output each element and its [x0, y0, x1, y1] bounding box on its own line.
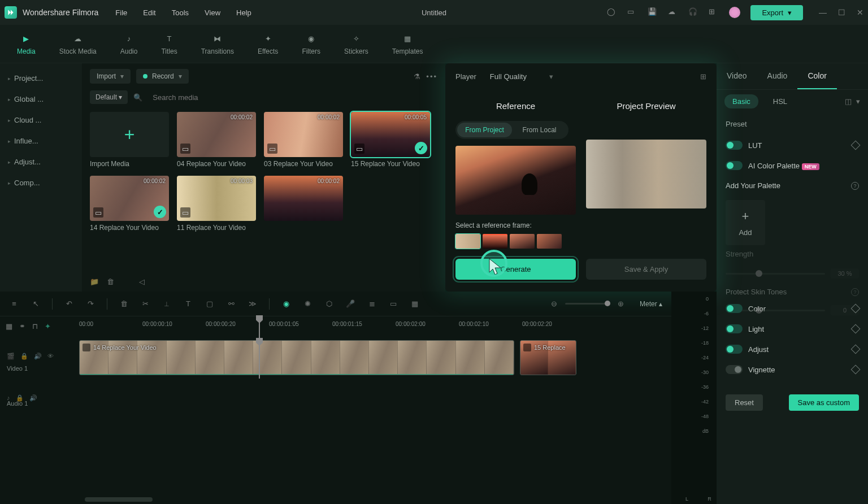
more-tools-icon[interactable]: ≫ — [248, 299, 258, 308]
close-button[interactable]: ✕ — [857, 8, 863, 17]
split-icon[interactable]: ✂ — [140, 299, 150, 308]
keyframe-icon[interactable] — [851, 324, 861, 334]
sidebar-comp[interactable]: Comp... — [0, 172, 82, 193]
collapse-icon[interactable]: ◁ — [139, 277, 145, 286]
more-icon[interactable]: ••• — [426, 72, 437, 81]
playhead[interactable] — [259, 316, 260, 339]
menu-tools[interactable]: Tools — [172, 8, 189, 17]
record-dropdown[interactable]: Record — [136, 69, 189, 84]
menu-view[interactable]: View — [205, 8, 220, 17]
folder-icon[interactable]: 📁 — [90, 277, 99, 286]
apps-icon[interactable]: ⊞ — [709, 7, 719, 18]
rp-tab-color[interactable]: Color — [797, 63, 836, 89]
filter-icon[interactable]: ⚗ — [414, 72, 420, 81]
quality-dropdown[interactable]: Full Quality — [484, 70, 559, 83]
gear-icon[interactable]: ✺ — [302, 299, 313, 308]
mic-icon[interactable]: 🎤 — [345, 299, 355, 308]
tab-templates[interactable]: ▦Templates — [392, 33, 423, 55]
save-custom-button[interactable]: Save as custom — [789, 394, 860, 411]
save-apply-button[interactable]: Save & Apply — [586, 259, 706, 280]
ref-frame[interactable] — [537, 234, 562, 249]
media-add[interactable]: +Import Media — [90, 112, 169, 168]
maximize-button[interactable]: ☐ — [838, 8, 845, 17]
tab-transitions[interactable]: ⧓Transitions — [201, 33, 234, 55]
menu-help[interactable]: Help — [236, 8, 251, 17]
marker-icon[interactable]: ✦ — [45, 322, 51, 331]
keyframe-icon[interactable] — [851, 141, 861, 150]
mute-icon[interactable]: 🔊 — [29, 394, 37, 402]
generate-button[interactable]: Generate — [455, 259, 576, 280]
undo-icon[interactable]: ↶ — [64, 299, 74, 308]
screen-icon[interactable]: ▭ — [388, 299, 398, 308]
tab-media[interactable]: ▶Media — [17, 33, 36, 55]
adjust-toggle[interactable] — [726, 345, 743, 354]
track-link-icon[interactable]: ⚭ — [19, 322, 25, 331]
add-palette-button[interactable]: +Add — [726, 200, 765, 245]
media-item[interactable]: 00:00:02▭03 Replace Your Video — [264, 112, 343, 168]
save-icon[interactable]: 💾 — [648, 7, 658, 18]
aspect-icon[interactable]: ▦ — [410, 299, 420, 308]
ref-frame[interactable] — [455, 234, 480, 249]
tab-stock-media[interactable]: ☁Stock Media — [59, 33, 97, 55]
pointer-icon[interactable]: ↖ — [31, 299, 41, 308]
export-button[interactable]: Export▾ — [750, 5, 803, 20]
crop-icon[interactable]: ⟂ — [162, 299, 172, 308]
strength-slider[interactable] — [726, 273, 825, 275]
media-item[interactable]: 00:00:02▭✓14 Replace Your Video — [90, 176, 169, 232]
trash-icon[interactable]: 🗑 — [107, 277, 114, 286]
menu-file[interactable]: File — [115, 8, 127, 17]
shield-icon[interactable]: ⬡ — [324, 299, 334, 308]
lut-toggle[interactable] — [726, 141, 743, 150]
video-track-icon[interactable]: 🎬 — [7, 353, 15, 360]
playhead-track[interactable] — [259, 339, 260, 379]
rp-tab-audio[interactable]: Audio — [757, 63, 798, 89]
color-toggle[interactable] — [726, 304, 743, 313]
zoom-in-icon[interactable]: ⊕ — [616, 299, 626, 308]
delete-icon[interactable]: 🗑 — [119, 299, 129, 308]
chevron-down-icon[interactable]: ▾ — [856, 97, 860, 106]
sidebar-influencer[interactable]: Influe... — [0, 131, 82, 151]
tab-audio[interactable]: ♪Audio — [120, 33, 138, 55]
headphone-icon[interactable]: 🎧 — [688, 7, 698, 18]
track-add-icon[interactable]: ▦ — [6, 322, 12, 331]
sidebar-cloud[interactable]: Cloud ... — [0, 110, 82, 131]
layers-icon[interactable]: ≡ — [9, 299, 19, 308]
ai-icon[interactable]: ◉ — [281, 299, 291, 308]
square-icon[interactable]: ▢ — [205, 299, 215, 308]
timeline-clip[interactable]: 14 Replace Your Video — [79, 340, 514, 375]
meter-dropdown[interactable]: Meter ▴ — [640, 300, 662, 308]
user-avatar[interactable] — [729, 7, 740, 18]
keyframe-icon[interactable] — [851, 345, 861, 354]
eye-icon[interactable]: 👁 — [47, 353, 54, 359]
light-toggle[interactable] — [726, 324, 743, 333]
menu-edit[interactable]: Edit — [143, 8, 155, 17]
zoom-out-icon[interactable]: ⊖ — [549, 299, 559, 308]
lock-icon[interactable]: 🔒 — [20, 353, 28, 360]
sidebar-project[interactable]: Project... — [0, 68, 82, 89]
info-icon[interactable]: ? — [851, 288, 859, 296]
magnet-icon[interactable]: ⊓ — [32, 322, 38, 331]
minimize-button[interactable]: — — [819, 8, 827, 17]
mute-icon[interactable]: 🔊 — [34, 353, 42, 360]
media-item[interactable]: 00:00:02▭04 Replace Your Video — [177, 112, 256, 168]
list-icon[interactable]: ≣ — [367, 299, 377, 308]
rp-tab-video[interactable]: Video — [717, 63, 757, 89]
tab-titles[interactable]: TTitles — [161, 33, 177, 55]
layout-grid-icon[interactable]: ⊞ — [700, 72, 706, 81]
ref-frame[interactable] — [510, 234, 535, 249]
tab-filters[interactable]: ◉Filters — [302, 33, 320, 55]
reference-preview[interactable] — [455, 146, 576, 215]
link-icon[interactable]: ⚯ — [226, 299, 236, 308]
compare-icon[interactable]: ◫ — [845, 97, 852, 106]
cloud-icon[interactable]: ☁ — [668, 7, 678, 18]
sub-basic[interactable]: Basic — [724, 94, 758, 108]
media-item[interactable]: 00:00:02 — [264, 176, 343, 232]
sidebar-adjust[interactable]: Adjust... — [0, 151, 82, 172]
monitor-icon[interactable]: ▭ — [627, 7, 637, 18]
tab-effects[interactable]: ✦Effects — [258, 33, 278, 55]
vignette-toggle[interactable] — [726, 365, 743, 374]
import-dropdown[interactable]: Import — [90, 69, 131, 84]
text-icon[interactable]: T — [183, 299, 193, 308]
media-item[interactable]: 00:00:03▭11 Replace Your Video — [177, 176, 256, 232]
ref-frame[interactable] — [483, 234, 507, 249]
